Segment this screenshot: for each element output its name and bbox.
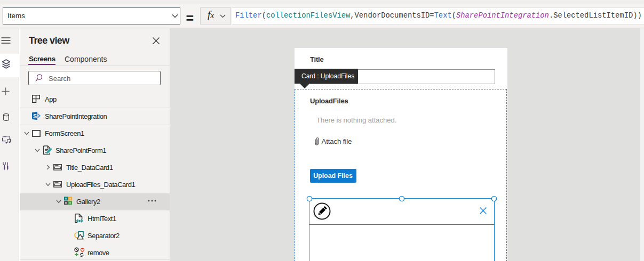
svg-text:S: S	[33, 113, 37, 119]
